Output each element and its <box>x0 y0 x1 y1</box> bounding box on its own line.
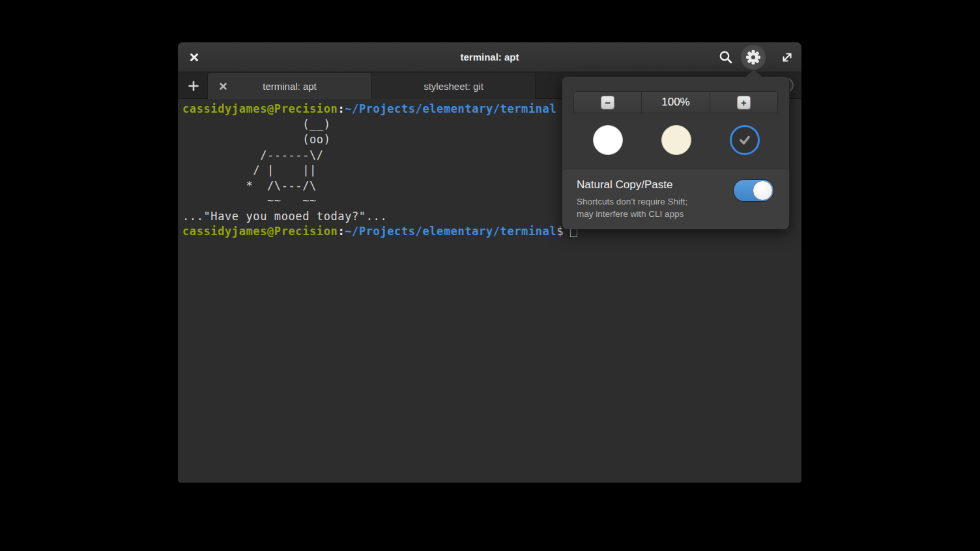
zoom-out-button[interactable]: − <box>574 92 641 113</box>
minus-icon: − <box>601 96 614 109</box>
natural-copy-paste-section: Natural Copy/Paste Shortcuts don’t requi… <box>562 169 789 229</box>
plus-icon <box>188 80 199 92</box>
gear-icon <box>745 49 762 66</box>
zoom-in-button[interactable]: + <box>710 92 777 113</box>
titlebar: terminal: apt <box>178 42 801 72</box>
natural-copy-paste-description: may interfere with CLI apps <box>577 208 684 220</box>
tab-stylesheet-git[interactable]: stylesheet: git <box>372 73 536 99</box>
zoom-level-value[interactable]: 100% <box>641 92 709 113</box>
theme-sepia-button[interactable] <box>661 125 691 155</box>
natural-copy-paste-toggle[interactable] <box>733 179 774 202</box>
settings-button[interactable] <box>742 42 764 72</box>
search-icon <box>718 49 734 65</box>
window-title: terminal: apt <box>178 42 801 72</box>
new-tab-button[interactable] <box>184 78 203 94</box>
theme-light-button[interactable] <box>593 125 623 155</box>
expand-icon <box>780 50 794 64</box>
prompt-user-host: cassidyjames@Precision <box>182 225 338 238</box>
theme-selector <box>562 125 789 155</box>
prompt-path: ~/Projects/elementary/terminal <box>345 225 556 238</box>
zoom-control-group: − 100% + <box>573 91 778 113</box>
tab-label: terminal: apt <box>263 81 317 92</box>
terminal-window: terminal: apt <box>178 42 801 483</box>
search-button[interactable] <box>715 42 737 72</box>
tab-label: stylesheet: git <box>424 81 483 92</box>
natural-copy-paste-title: Natural Copy/Paste <box>577 178 672 191</box>
theme-dark-button[interactable] <box>730 125 760 155</box>
tab-close-icon <box>219 82 227 91</box>
settings-popover: − 100% + Natural C <box>562 76 790 229</box>
fullscreen-button[interactable] <box>776 42 798 72</box>
prompt-user-host: cassidyjames@Precision <box>182 102 338 115</box>
natural-copy-paste-description: Shortcuts don’t require Shift; <box>577 195 687 208</box>
desktop-background: terminal: apt <box>0 0 980 551</box>
popover-arrow <box>745 70 762 77</box>
tab-terminal-apt[interactable]: terminal: apt <box>207 73 372 99</box>
plus-icon: + <box>737 96 751 109</box>
prompt-path: ~/Projects/elementary/terminal <box>345 102 556 115</box>
tab-close-button[interactable] <box>216 73 230 99</box>
toggle-knob <box>753 180 773 201</box>
checkmark-icon <box>738 133 752 147</box>
